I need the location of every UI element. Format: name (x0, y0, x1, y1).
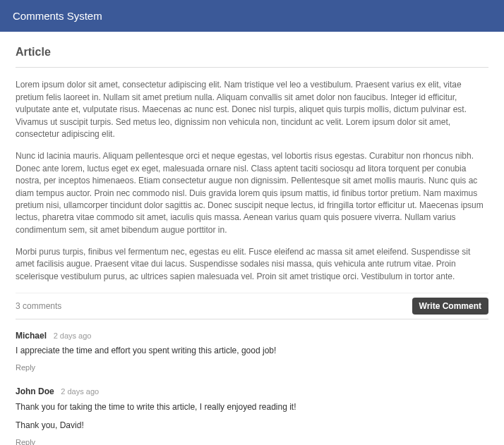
article-paragraph: Morbi purus turpis, finibus vel fermentu… (16, 246, 488, 283)
comment-header: John Doe 2 days ago (16, 385, 488, 398)
reply-button[interactable]: Reply (16, 437, 35, 445)
comment-header: Michael 2 days ago (16, 329, 488, 342)
main-container: Article Lorem ipsum dolor sit amet, cons… (0, 32, 504, 445)
comment-body: Thank you for taking the time to write t… (16, 401, 488, 432)
article-body: Lorem ipsum dolor sit amet, consectetur … (16, 79, 488, 283)
comment: Michael 2 days ago I appreciate the time… (16, 329, 488, 374)
comment-text: I appreciate the time and effort you spe… (16, 345, 488, 357)
reply-button[interactable]: Reply (16, 362, 35, 373)
comments-count: 3 comments (16, 300, 61, 312)
article-paragraph: Nunc id lacinia mauris. Aliquam pellente… (16, 150, 488, 236)
article-paragraph: Lorem ipsum dolor sit amet, consectetur … (16, 79, 488, 140)
comment-body: I appreciate the time and effort you spe… (16, 345, 488, 357)
app-title: Comments System (13, 10, 102, 22)
comment-text: Thank you, David! (16, 420, 488, 432)
article-title: Article (16, 44, 488, 68)
write-comment-button[interactable]: Write Comment (412, 298, 488, 315)
comments-bar: 3 comments Write Comment (16, 293, 488, 319)
comment: John Doe 2 days ago Thank you for taking… (16, 385, 488, 445)
comment-author: John Doe (16, 386, 54, 396)
comment-author: Michael (16, 331, 47, 341)
comment-text: Thank you for taking the time to write t… (16, 401, 488, 413)
comment-time: 2 days ago (54, 331, 92, 340)
comment-time: 2 days ago (61, 387, 99, 396)
app-header: Comments System (0, 0, 504, 32)
